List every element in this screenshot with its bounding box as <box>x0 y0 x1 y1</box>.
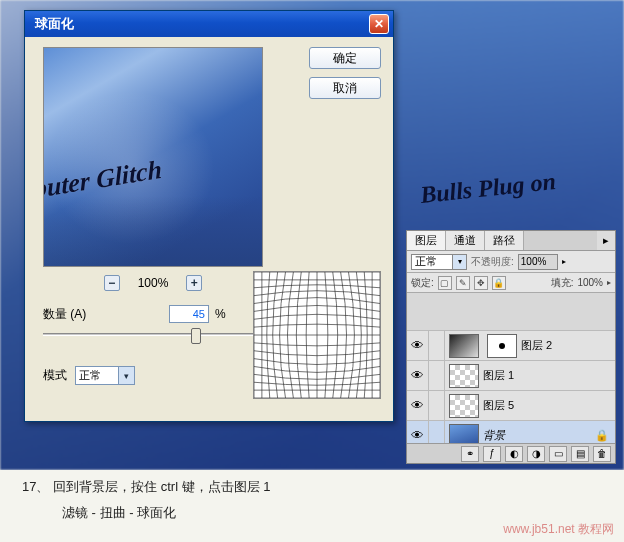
zoom-out-button[interactable]: − <box>104 275 120 291</box>
chevron-right-icon: ▸ <box>607 278 611 287</box>
link-cell[interactable] <box>429 391 445 420</box>
close-icon: ✕ <box>374 17 384 31</box>
mask-thumbnail[interactable] <box>487 334 517 358</box>
cancel-button[interactable]: 取消 <box>309 77 381 99</box>
blend-mode-select[interactable]: 正常 ▾ <box>411 254 467 270</box>
mode-select[interactable]: 正常 ▾ <box>75 366 135 385</box>
eye-icon: 👁 <box>411 428 424 443</box>
minus-icon: − <box>108 276 115 290</box>
visibility-toggle[interactable]: 👁 <box>407 331 429 360</box>
layer-name: 图层 2 <box>521 338 552 353</box>
fill-label: 填充: <box>551 276 574 290</box>
spherize-dialog: 球面化 ✕ 确定 取消 nputer Glitch − 100% + 数量 (A… <box>24 10 394 422</box>
tab-paths[interactable]: 路径 <box>485 231 524 250</box>
layers-list: 👁 图层 2 👁 图层 1 👁 图层 5 👁 背景 🔒 <box>407 293 615 451</box>
step-text-2: 滤镜 - 扭曲 - 球面化 <box>62 504 602 522</box>
layer-spacer <box>407 293 615 331</box>
visibility-toggle[interactable]: 👁 <box>407 361 429 390</box>
layer-style-button[interactable]: ƒ <box>483 446 501 462</box>
adjustment-layer-button[interactable]: ◑ <box>527 446 545 462</box>
spherize-grid-preview <box>253 271 381 399</box>
amount-slider[interactable] <box>43 333 253 336</box>
eye-icon: 👁 <box>411 338 424 353</box>
eye-icon: 👁 <box>411 398 424 413</box>
lock-pixels-button[interactable]: ✎ <box>456 276 470 290</box>
zoom-percent: 100% <box>138 276 169 290</box>
layer-thumbnail[interactable] <box>449 364 479 388</box>
chevron-right-icon: ▸ <box>562 257 566 266</box>
effect-preview: nputer Glitch <box>43 47 263 267</box>
lock-position-button[interactable]: ✥ <box>474 276 488 290</box>
fill-input[interactable]: 100% <box>577 277 603 288</box>
dialog-titlebar[interactable]: 球面化 ✕ <box>25 11 393 37</box>
chevron-down-icon: ▾ <box>452 255 466 269</box>
chevron-down-icon: ▾ <box>118 367 134 384</box>
step-text-1: 回到背景层，按住 ctrl 键，点击图层 1 <box>53 479 270 494</box>
visibility-toggle[interactable]: 👁 <box>407 391 429 420</box>
eye-icon: 👁 <box>411 368 424 383</box>
link-cell[interactable] <box>429 361 445 390</box>
layer-thumbnail[interactable] <box>449 334 479 358</box>
tutorial-caption: 17、 回到背景层，按住 ctrl 键，点击图层 1 滤镜 - 扭曲 - 球面化… <box>0 470 624 542</box>
lock-label: 锁定: <box>411 276 434 290</box>
lock-icon: 🔒 <box>595 429 609 442</box>
slider-thumb[interactable] <box>191 328 201 344</box>
layer-row[interactable]: 👁 图层 2 <box>407 331 615 361</box>
amount-unit: % <box>215 307 226 321</box>
close-button[interactable]: ✕ <box>369 14 389 34</box>
layer-name: 背景 <box>483 428 505 443</box>
preview-headline-text: nputer Glitch <box>43 155 163 208</box>
layer-thumbnail[interactable] <box>449 394 479 418</box>
delete-layer-button[interactable]: 🗑 <box>593 446 611 462</box>
panel-menu-button[interactable]: ▸ <box>597 231 615 250</box>
amount-input[interactable] <box>169 305 209 323</box>
link-cell[interactable] <box>429 331 445 360</box>
lock-transparency-button[interactable]: ▢ <box>438 276 452 290</box>
mode-value: 正常 <box>79 368 101 383</box>
new-layer-button[interactable]: ▤ <box>571 446 589 462</box>
opacity-label: 不透明度: <box>471 255 514 269</box>
layer-name: 图层 1 <box>483 368 514 383</box>
step-number: 17、 <box>22 479 49 494</box>
link-layers-button[interactable]: ⚭ <box>461 446 479 462</box>
plus-icon: + <box>191 276 198 290</box>
layer-mask-button[interactable]: ◐ <box>505 446 523 462</box>
lock-all-button[interactable]: 🔒 <box>492 276 506 290</box>
dialog-title: 球面化 <box>35 15 369 33</box>
amount-label: 数量 (A) <box>43 306 163 323</box>
layer-row[interactable]: 👁 图层 5 <box>407 391 615 421</box>
opacity-input[interactable]: 100% <box>518 254 558 270</box>
mode-label: 模式 <box>43 367 67 384</box>
ok-button[interactable]: 确定 <box>309 47 381 69</box>
watermark: www.jb51.net 教程网 <box>503 521 614 538</box>
layer-row[interactable]: 👁 图层 1 <box>407 361 615 391</box>
tab-channels[interactable]: 通道 <box>446 231 485 250</box>
layer-name: 图层 5 <box>483 398 514 413</box>
blend-mode-value: 正常 <box>415 254 437 269</box>
zoom-in-button[interactable]: + <box>186 275 202 291</box>
chevron-right-icon: ▸ <box>603 234 609 247</box>
tab-layers[interactable]: 图层 <box>407 231 446 250</box>
group-button[interactable]: ▭ <box>549 446 567 462</box>
layers-panel: 图层 通道 路径 ▸ 正常 ▾ 不透明度: 100% ▸ 锁定: ▢ ✎ ✥ 🔒… <box>406 230 616 464</box>
